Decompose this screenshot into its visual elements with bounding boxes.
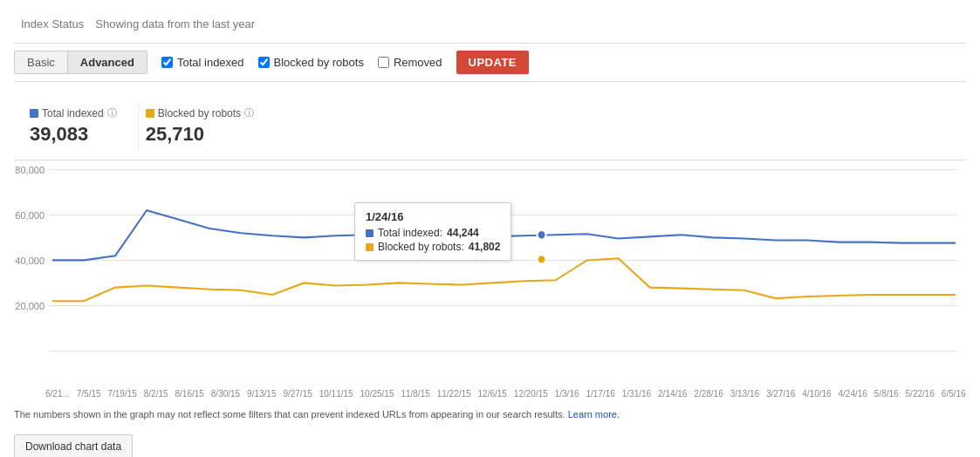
chart-svg: 80,000 60,000 40,000 20,000 (14, 160, 966, 387)
tab-basic[interactable]: Basic (15, 51, 68, 73)
checkbox-blocked-robots-label: Blocked by robots (274, 56, 364, 69)
tab-group: Basic Advanced (14, 51, 147, 74)
orange-dot-icon (146, 109, 154, 118)
help-icon-indexed[interactable]: ⓘ (107, 106, 117, 119)
stat-blocked-robots-value: 25,710 (146, 123, 254, 146)
stat-blocked-robots: Blocked by robots ⓘ 25,710 (139, 101, 275, 151)
footer-note-text: The numbers shown in the graph may not r… (14, 409, 565, 419)
checkbox-group: Total indexed Blocked by robots Removed (161, 56, 442, 69)
page-title: Index Status Showing data from the last … (14, 14, 966, 32)
checkbox-total-indexed-input[interactable] (161, 57, 173, 68)
stat-total-indexed: Total indexed ⓘ 39,083 (23, 101, 139, 151)
toolbar: Basic Advanced Total indexed Blocked by … (14, 43, 966, 82)
update-button[interactable]: UPDATE (456, 51, 529, 74)
checkbox-total-indexed-label: Total indexed (177, 56, 244, 69)
svg-text:60,000: 60,000 (15, 209, 45, 220)
x-axis-labels: 6/21... 7/5/15 7/19/15 8/2/15 8/16/15 8/… (14, 387, 966, 399)
stat-total-indexed-label: Total indexed ⓘ (30, 106, 117, 119)
svg-text:80,000: 80,000 (15, 164, 45, 174)
checkbox-removed-input[interactable] (378, 57, 389, 68)
checkbox-blocked-robots[interactable]: Blocked by robots (258, 56, 364, 69)
download-chart-button[interactable]: Download chart data (14, 434, 133, 458)
tooltip-dot-blue (538, 230, 546, 239)
title-text: Index Status (21, 17, 84, 31)
tab-advanced[interactable]: Advanced (68, 51, 147, 73)
checkbox-removed-label: Removed (394, 56, 442, 69)
tooltip-dot-orange (538, 255, 546, 263)
blue-line (52, 210, 956, 260)
footer-note: The numbers shown in the graph may not r… (14, 407, 966, 422)
blue-dot-icon (30, 109, 38, 118)
checkbox-blocked-robots-input[interactable] (258, 57, 270, 68)
stats-row: Total indexed ⓘ 39,083 Blocked by robots… (14, 92, 966, 160)
learn-more-link[interactable]: Learn more. (568, 409, 620, 419)
chart-area: 80,000 60,000 40,000 20,000 1/24/16 Tota… (14, 160, 966, 387)
help-icon-blocked[interactable]: ⓘ (244, 106, 254, 119)
stat-total-indexed-value: 39,083 (30, 123, 117, 146)
orange-line (52, 258, 956, 301)
svg-text:40,000: 40,000 (15, 255, 45, 265)
stat-blocked-robots-label: Blocked by robots ⓘ (146, 106, 254, 119)
checkbox-removed[interactable]: Removed (378, 56, 442, 69)
checkbox-total-indexed[interactable]: Total indexed (161, 56, 244, 69)
svg-text:20,000: 20,000 (15, 300, 45, 310)
subtitle-text: Showing data from the last year (95, 17, 255, 31)
